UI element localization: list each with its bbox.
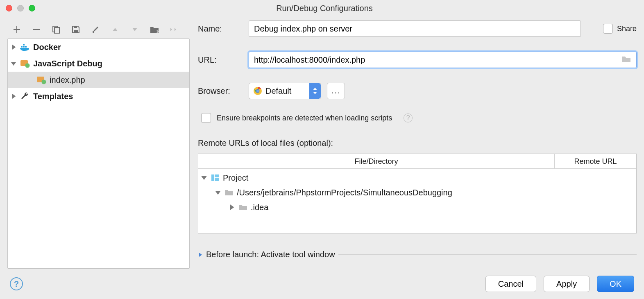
- table-cell: Project: [223, 173, 248, 183]
- save-config-button[interactable]: [70, 24, 81, 35]
- table-header: File/Directory Remote URL: [198, 154, 636, 169]
- svg-point-12: [42, 80, 46, 84]
- ensure-breakpoints-checkbox[interactable]: [201, 113, 211, 123]
- help-button[interactable]: ?: [10, 277, 23, 290]
- share-label: Share: [617, 25, 637, 33]
- remote-urls-table[interactable]: File/Directory Remote URL Project /Users…: [198, 154, 637, 233]
- js-debug-icon: [20, 59, 30, 68]
- edit-defaults-button[interactable]: [90, 24, 101, 35]
- apply-button[interactable]: Apply: [544, 276, 590, 292]
- svg-point-10: [25, 63, 30, 68]
- tree-node-templates[interactable]: Templates: [8, 88, 189, 104]
- before-launch-label: Before launch: Activate tool window: [206, 250, 335, 259]
- svg-rect-1: [54, 27, 59, 33]
- dialog-footer: ? Cancel Apply OK: [0, 269, 644, 299]
- chrome-icon: [253, 86, 262, 95]
- svg-point-15: [256, 90, 259, 92]
- titlebar: Run/Debug Configurations: [0, 0, 644, 16]
- ensure-breakpoints-label: Ensure breakpoints are detected when loa…: [217, 114, 392, 122]
- browse-url-icon[interactable]: [622, 55, 631, 63]
- tree-node-index-php[interactable]: index.php: [8, 72, 189, 88]
- svg-rect-2: [74, 30, 78, 33]
- svg-rect-7: [25, 46, 27, 48]
- url-input[interactable]: [249, 52, 637, 68]
- browser-select[interactable]: Default: [249, 83, 321, 99]
- move-down-button[interactable]: [129, 24, 140, 35]
- project-icon: [211, 174, 220, 182]
- more-toolbar-button[interactable]: [169, 24, 179, 35]
- tree-label: JavaScript Debug: [33, 59, 102, 68]
- window-minimize-button[interactable]: [17, 5, 24, 11]
- url-label: URL:: [198, 55, 243, 65]
- svg-rect-5: [21, 46, 23, 48]
- table-row[interactable]: .idea: [201, 200, 634, 215]
- svg-rect-8: [23, 44, 25, 45]
- table-cell: /Users/jetbrains/PhpstormProjects/Simult…: [237, 188, 452, 197]
- svg-point-4: [93, 31, 94, 33]
- tree-label: Templates: [33, 92, 73, 101]
- table-cell: .idea: [251, 203, 268, 212]
- window-maximize-button[interactable]: [29, 5, 35, 11]
- docker-icon: [20, 42, 30, 52]
- folder-icon: [224, 189, 234, 196]
- browser-label: Browser:: [198, 86, 243, 96]
- svg-rect-17: [215, 174, 219, 177]
- share-checkbox[interactable]: [603, 24, 613, 34]
- config-tree[interactable]: Docker JavaScript Debug index.php Templa…: [7, 39, 190, 269]
- folder-icon: [238, 204, 247, 211]
- wrench-icon: [20, 91, 30, 101]
- tree-node-js-debug[interactable]: JavaScript Debug: [8, 55, 189, 72]
- name-input[interactable]: [249, 20, 581, 37]
- remote-urls-label: Remote URLs of local files (optional):: [198, 138, 637, 148]
- svg-rect-6: [23, 46, 25, 48]
- col-file-directory[interactable]: File/Directory: [198, 154, 554, 168]
- help-inline-icon[interactable]: ?: [404, 113, 413, 122]
- tree-label: Docker: [33, 43, 61, 52]
- table-row[interactable]: /Users/jetbrains/PhpstormProjects/Simult…: [201, 185, 634, 200]
- window-title: Run/Debug Configurations: [35, 4, 638, 13]
- browser-value: Default: [265, 86, 306, 96]
- add-config-button[interactable]: [11, 24, 22, 35]
- copy-config-button[interactable]: [51, 24, 61, 35]
- svg-rect-3: [74, 26, 77, 28]
- remove-config-button[interactable]: [31, 24, 42, 35]
- name-label: Name:: [198, 24, 243, 34]
- table-row[interactable]: Project: [201, 170, 634, 185]
- move-up-button[interactable]: [110, 24, 120, 35]
- before-launch-section[interactable]: Before launch: Activate tool window: [198, 250, 637, 259]
- ok-button[interactable]: OK: [597, 276, 634, 292]
- divider: [338, 254, 637, 255]
- tree-node-docker[interactable]: Docker: [8, 39, 189, 55]
- tree-label: index.php: [50, 75, 85, 85]
- window-close-button[interactable]: [6, 5, 12, 11]
- browser-more-button[interactable]: ...: [327, 83, 345, 99]
- folder-action-button[interactable]: [149, 24, 160, 35]
- svg-rect-18: [215, 178, 219, 181]
- cancel-button[interactable]: Cancel: [485, 276, 536, 292]
- config-toolbar: [7, 20, 190, 39]
- js-debug-icon: [36, 75, 46, 85]
- select-arrows-icon: [309, 83, 321, 99]
- col-remote-url[interactable]: Remote URL: [554, 154, 636, 168]
- svg-rect-16: [211, 174, 214, 181]
